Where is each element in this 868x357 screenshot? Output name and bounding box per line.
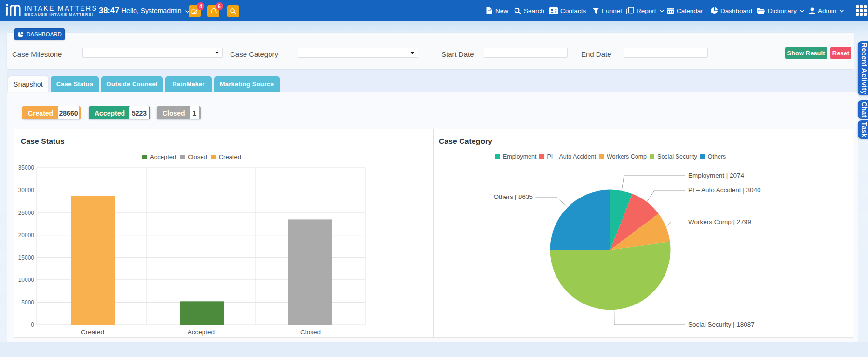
svg-text:10000: 10000 — [18, 277, 35, 283]
svg-text:0: 0 — [31, 321, 34, 328]
svg-text:Workers Comp | 2799: Workers Comp | 2799 — [688, 218, 751, 225]
svg-text:Closed: Closed — [300, 329, 321, 336]
svg-text:15000: 15000 — [18, 254, 35, 261]
svg-text:5000: 5000 — [21, 299, 34, 306]
svg-text:Others | 8635: Others | 8635 — [493, 193, 533, 200]
svg-text:PI – Auto Accident | 3040: PI – Auto Accident | 3040 — [688, 186, 761, 194]
svg-text:Social Security | 18087: Social Security | 18087 — [688, 321, 755, 328]
svg-text:30000: 30000 — [18, 187, 35, 194]
svg-text:35000: 35000 — [18, 164, 35, 171]
svg-text:Created: Created — [81, 329, 104, 336]
svg-text:Accepted: Accepted — [188, 329, 215, 336]
svg-text:25000: 25000 — [18, 210, 35, 216]
svg-text:Employment | 2074: Employment | 2074 — [688, 172, 745, 179]
svg-text:20000: 20000 — [18, 232, 35, 238]
